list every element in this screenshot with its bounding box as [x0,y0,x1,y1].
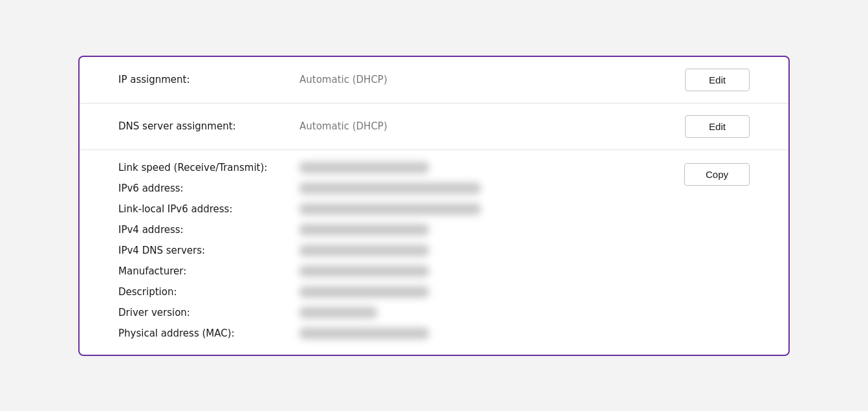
copy-action-container: Copy [684,162,750,339]
manufacturer-value [299,265,429,277]
description-label: Description: [118,286,299,298]
link-local-ipv6-label: Link-local IPv6 address: [118,203,299,215]
ipv4-address-label: IPv4 address: [118,224,299,236]
link-speed-value [299,162,429,173]
dns-assignment-label: DNS server assignment: [118,120,299,132]
ipv4-dns-label: IPv4 DNS servers: [118,245,299,256]
ip-assignment-row: IP assignment: Automatic (DHCP) Edit [80,57,788,104]
link-speed-label: Link speed (Receive/Transmit): [118,162,299,173]
dns-assignment-value: Automatic (DHCP) [299,120,685,132]
ipv6-address-label: IPv6 address: [118,183,299,194]
network-details-section: Link speed (Receive/Transmit): IPv6 addr… [80,150,788,355]
ip-assignment-label: IP assignment: [118,74,299,85]
link-local-ipv6-value [299,203,481,215]
network-details-values [299,162,684,339]
driver-version-value [299,307,377,318]
physical-address-value [299,328,429,339]
network-properties-panel: IP assignment: Automatic (DHCP) Edit DNS… [78,56,790,356]
manufacturer-label: Manufacturer: [118,265,299,277]
ipv6-address-value [299,183,481,194]
physical-address-label: Physical address (MAC): [118,328,299,339]
ipv4-address-value [299,224,429,236]
ipv4-dns-value [299,245,429,256]
description-value [299,286,429,298]
ip-assignment-edit-button[interactable]: Edit [685,69,750,91]
ip-assignment-value: Automatic (DHCP) [299,74,685,85]
driver-version-label: Driver version: [118,307,299,318]
dns-assignment-edit-button[interactable]: Edit [685,115,750,138]
network-details-labels: Link speed (Receive/Transmit): IPv6 addr… [118,162,299,339]
dns-assignment-row: DNS server assignment: Automatic (DHCP) … [80,104,788,150]
copy-button[interactable]: Copy [684,163,750,186]
